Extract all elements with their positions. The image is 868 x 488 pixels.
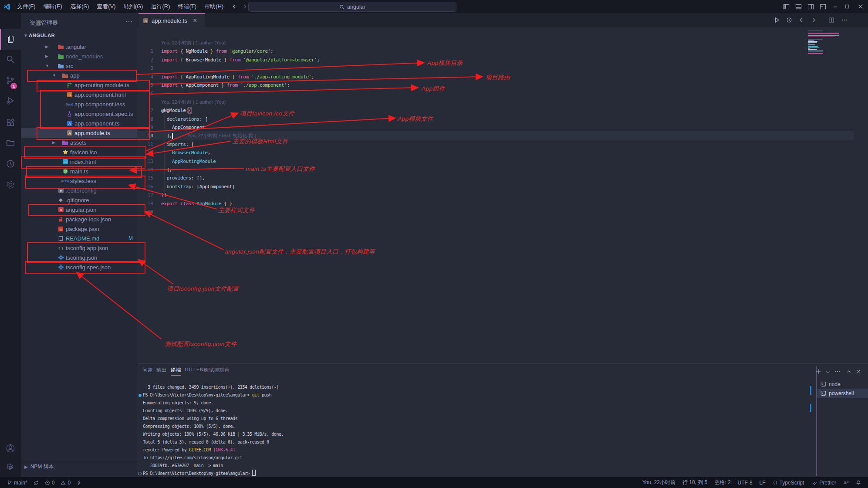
activity-live-circle-icon[interactable]: [0, 153, 21, 174]
layout-secondary-icon[interactable]: [804, 0, 817, 13]
status-sync-icon[interactable]: [31, 477, 41, 488]
panel-tab-输出[interactable]: 输出: [156, 367, 167, 373]
minimap-line: [808, 33, 839, 34]
terminal-indicator: [810, 404, 811, 412]
command-search-input[interactable]: angular: [248, 2, 456, 12]
annotation-angular-json配置文件-主要配置项目入口-打包构建等: angular.json配置文件，主要配置项目入口，打包构建等: [225, 248, 375, 256]
panel-tab-调试控制台[interactable]: 调试控制台: [204, 367, 230, 373]
npm-scripts-label: NPM 脚本: [30, 463, 54, 471]
explorer-more-icon[interactable]: ···: [125, 17, 133, 24]
tree-item-package-json[interactable]: npackage.json: [21, 224, 137, 234]
back-icon[interactable]: [797, 16, 806, 24]
activity-source-control-icon[interactable]: 1: [0, 70, 21, 91]
menu-文件-f[interactable]: 文件(F): [13, 0, 40, 13]
code-line-text: ],: [161, 132, 172, 140]
box-tsconfig-spec: [25, 261, 145, 274]
layout-panel-icon[interactable]: [792, 0, 804, 13]
terminal-command-marker[interactable]: [138, 470, 142, 478]
code-line: 6: [137, 89, 868, 98]
nav-back-icon[interactable]: [230, 2, 239, 11]
nav-forward-icon[interactable]: [240, 2, 249, 11]
activity-run-debug-icon[interactable]: [0, 90, 21, 111]
status-double-check-icon[interactable]: Prettier: [808, 477, 839, 488]
status-空格-2[interactable]: 空格: 2: [712, 477, 733, 488]
panel-tab-终端[interactable]: 终端: [171, 367, 181, 376]
terminal-line: Delta compression using up to 6 threads: [143, 415, 237, 423]
file-icon: [57, 216, 64, 223]
terminal-more-icon[interactable]: [833, 368, 842, 376]
terminal-chevron-down-icon[interactable]: [824, 368, 832, 376]
tab-close-icon[interactable]: ✕: [193, 17, 197, 24]
menu-终端-t[interactable]: 终端(T): [174, 0, 200, 13]
tree-item-src[interactable]: ▼src: [21, 61, 137, 71]
terminal-chevron-up-icon[interactable]: [844, 368, 853, 376]
status-lightning-icon[interactable]: [74, 477, 84, 488]
menu-帮助-h[interactable]: 帮助(H): [200, 0, 227, 13]
explorer-title: 资源管理器: [30, 19, 58, 27]
tree-item-readme-md[interactable]: README.mdM: [21, 234, 137, 243]
tree-item-label: node_modules: [66, 53, 103, 60]
run-icon[interactable]: [772, 16, 782, 24]
minimap[interactable]: [807, 30, 844, 58]
status-utf-8[interactable]: UTF-8: [735, 477, 755, 488]
chevron-right-icon: ▶: [45, 44, 48, 49]
code-line: 12 BrowserModule,: [137, 149, 868, 157]
tree-item-gitignore[interactable]: .gitignore: [21, 195, 137, 205]
history-icon[interactable]: [784, 16, 794, 24]
terminal-plus-icon[interactable]: [814, 368, 823, 376]
minimize-icon[interactable]: [829, 0, 841, 13]
close-icon[interactable]: [853, 0, 868, 13]
status-lf[interactable]: LF: [757, 477, 768, 488]
menu-查看-v[interactable]: 查看(V): [93, 0, 119, 13]
box-styles-less: [25, 176, 145, 189]
tree-item-node-modules[interactable]: ▶node_modules: [21, 51, 137, 61]
terminal-close-icon[interactable]: [854, 368, 863, 376]
menu-选择-s[interactable]: 选择(S): [66, 0, 93, 13]
layout-sidebar-icon[interactable]: [780, 0, 792, 13]
terminal-instance-node[interactable]: node: [817, 380, 868, 389]
menu-运行-r[interactable]: 运行(R): [147, 0, 174, 13]
terminal-instance-powershell[interactable]: powershell: [817, 389, 868, 398]
status-feedback-icon[interactable]: [841, 477, 851, 488]
code-line: 17}): [137, 191, 868, 199]
annotation-app模块文件: App模块文件: [398, 115, 433, 123]
activity-search-icon[interactable]: [0, 49, 21, 70]
activity-accounts-icon[interactable]: [0, 438, 21, 459]
code-line-text: import { NgModule } from '@angular/core'…: [161, 47, 273, 55]
activity-chatgpt-icon[interactable]: [0, 174, 21, 195]
file-icon: [57, 235, 64, 242]
status-error-icon[interactable]: 0: [42, 477, 57, 488]
code-line-text: @NgModule({: [161, 106, 191, 115]
activity-settings-icon[interactable]: [0, 457, 21, 478]
forward-icon[interactable]: [809, 16, 818, 24]
menu-转到-g[interactable]: 转到(G): [120, 0, 147, 13]
section-angular[interactable]: ▼ ANGULAR: [21, 31, 137, 41]
maximize-icon[interactable]: [841, 0, 853, 13]
activity-project-folder-icon[interactable]: [0, 132, 21, 153]
layout-customize-icon[interactable]: [817, 0, 829, 13]
chevron-down-icon: ▼: [24, 33, 28, 38]
file-icon: n: [57, 226, 64, 232]
activity-explorer-icon[interactable]: [0, 29, 22, 50]
split-editor-icon[interactable]: [827, 16, 836, 24]
chevron-right-icon: ▶: [52, 140, 55, 145]
status-git-branch-icon[interactable]: main*: [4, 477, 30, 488]
tab-app-module[interactable]: A app.module.ts ✕: [138, 13, 205, 27]
npm-scripts-section[interactable]: ▶ NPM 脚本: [21, 461, 137, 472]
bell-icon: [856, 480, 861, 485]
status-braces-icon[interactable]: TypeScript: [770, 477, 807, 488]
tree-item-angular[interactable]: ▶.angular: [21, 42, 137, 51]
tab-label: app.module.ts: [152, 17, 187, 24]
annotation-main-ts主要配置入口文件: main.ts主要配置入口文件: [246, 165, 315, 173]
terminal-command-marker[interactable]: [138, 391, 142, 399]
status-行-10-列-5[interactable]: 行 10, 列 5: [680, 477, 710, 488]
status-warning-icon[interactable]: 0: [58, 477, 73, 488]
activity-extensions-icon[interactable]: [0, 112, 21, 133]
more-icon[interactable]: [840, 16, 849, 24]
folder-icon: [62, 139, 68, 146]
minimap-line: [808, 51, 823, 51]
panel-tab-问题[interactable]: 问题: [142, 367, 153, 373]
status-bell-icon[interactable]: [853, 477, 864, 488]
status-you-22小时前[interactable]: You, 22小时前: [640, 477, 678, 488]
menu-编辑-e[interactable]: 编辑(E): [40, 0, 66, 13]
